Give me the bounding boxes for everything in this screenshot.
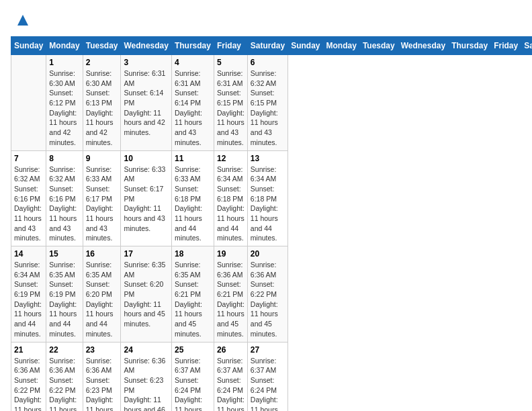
calendar-day-13: 13Sunrise: 6:34 AM Sunset: 6:18 PM Dayli… (247, 150, 287, 246)
header-thursday: Thursday (171, 37, 214, 55)
day-number: 18 (175, 249, 211, 259)
day-number: 9 (86, 154, 118, 163)
day-number: 1 (49, 58, 79, 67)
calendar-week-row: 14Sunrise: 6:34 AM Sunset: 6:19 PM Dayli… (11, 246, 533, 342)
day-info: Sunrise: 6:34 AM Sunset: 6:19 PM Dayligh… (14, 260, 43, 339)
day-number: 14 (14, 249, 43, 259)
day-info: Sunrise: 6:36 AM Sunset: 6:22 PM Dayligh… (251, 260, 285, 339)
header-day-friday: Friday (491, 37, 521, 55)
day-info: Sunrise: 6:36 AM Sunset: 6:22 PM Dayligh… (14, 356, 43, 412)
calendar-day-23: 23Sunrise: 6:36 AM Sunset: 6:23 PM Dayli… (83, 342, 121, 411)
day-info: Sunrise: 6:34 AM Sunset: 6:18 PM Dayligh… (217, 165, 245, 244)
day-info: Sunrise: 6:30 AM Sunset: 6:12 PM Dayligh… (49, 68, 79, 148)
day-number: 5 (217, 58, 245, 67)
day-number: 10 (124, 154, 168, 163)
day-number: 11 (175, 154, 211, 163)
day-number: 15 (49, 249, 79, 259)
calendar-day-25: 25Sunrise: 6:37 AM Sunset: 6:24 PM Dayli… (171, 342, 214, 411)
day-number: 6 (251, 58, 285, 67)
day-info: Sunrise: 6:35 AM Sunset: 6:21 PM Dayligh… (175, 260, 211, 339)
day-number: 4 (175, 58, 211, 67)
header-saturday: Saturday (247, 37, 287, 55)
calendar-day-20: 20Sunrise: 6:36 AM Sunset: 6:22 PM Dayli… (247, 246, 287, 342)
calendar-day-21: 21Sunrise: 6:36 AM Sunset: 6:22 PM Dayli… (11, 342, 46, 411)
day-number: 8 (49, 154, 79, 163)
calendar-day-2: 2Sunrise: 6:30 AM Sunset: 6:13 PM Daylig… (83, 55, 121, 151)
day-number: 26 (217, 345, 245, 355)
calendar-empty-cell (11, 55, 46, 151)
svg-marker-0 (17, 15, 28, 26)
calendar-week-row: 21Sunrise: 6:36 AM Sunset: 6:22 PM Dayli… (11, 342, 533, 411)
day-number: 22 (49, 345, 79, 355)
calendar-day-10: 10Sunrise: 6:33 AM Sunset: 6:17 PM Dayli… (121, 150, 171, 246)
day-info: Sunrise: 6:36 AM Sunset: 6:22 PM Dayligh… (49, 356, 79, 412)
day-info: Sunrise: 6:31 AM Sunset: 6:14 PM Dayligh… (124, 68, 168, 138)
calendar-day-6: 6Sunrise: 6:32 AM Sunset: 6:15 PM Daylig… (247, 55, 287, 151)
day-number: 25 (175, 345, 211, 355)
header-wednesday: Wednesday (121, 37, 171, 55)
day-info: Sunrise: 6:31 AM Sunset: 6:14 PM Dayligh… (175, 68, 211, 148)
day-info: Sunrise: 6:36 AM Sunset: 6:23 PM Dayligh… (86, 356, 118, 412)
day-info: Sunrise: 6:35 AM Sunset: 6:20 PM Dayligh… (86, 260, 118, 339)
day-info: Sunrise: 6:36 AM Sunset: 6:21 PM Dayligh… (217, 260, 245, 339)
calendar-day-16: 16Sunrise: 6:35 AM Sunset: 6:20 PM Dayli… (83, 246, 121, 342)
calendar-table: SundayMondayTuesdayWednesdayThursdayFrid… (11, 36, 532, 411)
day-number: 19 (217, 249, 245, 259)
day-number: 23 (86, 345, 118, 355)
calendar-day-26: 26Sunrise: 6:37 AM Sunset: 6:24 PM Dayli… (214, 342, 247, 411)
day-number: 7 (14, 154, 43, 163)
header-day-saturday: Saturday (521, 37, 532, 55)
day-number: 12 (217, 154, 245, 163)
calendar-day-8: 8Sunrise: 6:32 AM Sunset: 6:16 PM Daylig… (46, 150, 83, 246)
day-info: Sunrise: 6:37 AM Sunset: 6:24 PM Dayligh… (175, 356, 211, 412)
header-day-monday: Monday (323, 37, 359, 55)
calendar-week-row: 1Sunrise: 6:30 AM Sunset: 6:12 PM Daylig… (11, 55, 533, 151)
calendar-day-24: 24Sunrise: 6:36 AM Sunset: 6:23 PM Dayli… (121, 342, 171, 411)
day-info: Sunrise: 6:35 AM Sunset: 6:20 PM Dayligh… (124, 260, 168, 329)
header-friday: Friday (214, 37, 247, 55)
day-info: Sunrise: 6:33 AM Sunset: 6:17 PM Dayligh… (124, 165, 168, 234)
day-number: 21 (14, 345, 43, 355)
calendar-day-9: 9Sunrise: 6:33 AM Sunset: 6:17 PM Daylig… (83, 150, 121, 246)
day-number: 13 (251, 154, 285, 163)
day-info: Sunrise: 6:34 AM Sunset: 6:18 PM Dayligh… (251, 165, 285, 244)
calendar-day-22: 22Sunrise: 6:36 AM Sunset: 6:22 PM Dayli… (46, 342, 83, 411)
calendar-day-14: 14Sunrise: 6:34 AM Sunset: 6:19 PM Dayli… (11, 246, 46, 342)
header-day-thursday: Thursday (449, 37, 491, 55)
calendar-day-4: 4Sunrise: 6:31 AM Sunset: 6:14 PM Daylig… (171, 55, 214, 151)
calendar-day-18: 18Sunrise: 6:35 AM Sunset: 6:21 PM Dayli… (171, 246, 214, 342)
day-info: Sunrise: 6:33 AM Sunset: 6:17 PM Dayligh… (86, 165, 118, 244)
calendar-day-3: 3Sunrise: 6:31 AM Sunset: 6:14 PM Daylig… (121, 55, 171, 151)
day-info: Sunrise: 6:32 AM Sunset: 6:16 PM Dayligh… (49, 165, 79, 244)
day-number: 16 (86, 249, 118, 259)
header-day-sunday: Sunday (288, 37, 323, 55)
header-day-wednesday: Wednesday (398, 37, 448, 55)
day-info: Sunrise: 6:37 AM Sunset: 6:24 PM Dayligh… (251, 356, 285, 412)
day-info: Sunrise: 6:35 AM Sunset: 6:19 PM Dayligh… (49, 260, 79, 339)
calendar-day-12: 12Sunrise: 6:34 AM Sunset: 6:18 PM Dayli… (214, 150, 247, 246)
calendar-header-row: SundayMondayTuesdayWednesdayThursdayFrid… (11, 37, 533, 55)
header-sunday: Sunday (11, 37, 46, 55)
day-number: 27 (251, 345, 285, 355)
header-tuesday: Tuesday (83, 37, 121, 55)
logo (11, 11, 32, 30)
calendar-day-19: 19Sunrise: 6:36 AM Sunset: 6:21 PM Dayli… (214, 246, 247, 342)
day-info: Sunrise: 6:37 AM Sunset: 6:24 PM Dayligh… (217, 356, 245, 412)
day-number: 24 (124, 345, 168, 355)
header-day-tuesday: Tuesday (359, 37, 398, 55)
calendar-day-5: 5Sunrise: 6:31 AM Sunset: 6:15 PM Daylig… (214, 55, 247, 151)
header-monday: Monday (46, 37, 83, 55)
day-number: 17 (124, 249, 168, 259)
day-info: Sunrise: 6:36 AM Sunset: 6:23 PM Dayligh… (124, 356, 168, 412)
day-info: Sunrise: 6:30 AM Sunset: 6:13 PM Dayligh… (86, 68, 118, 148)
calendar-day-27: 27Sunrise: 6:37 AM Sunset: 6:24 PM Dayli… (247, 342, 287, 411)
calendar-week-row: 7Sunrise: 6:32 AM Sunset: 6:16 PM Daylig… (11, 150, 533, 246)
day-info: Sunrise: 6:33 AM Sunset: 6:18 PM Dayligh… (175, 165, 211, 244)
page-header (11, 11, 521, 30)
calendar-day-1: 1Sunrise: 6:30 AM Sunset: 6:12 PM Daylig… (46, 55, 83, 151)
calendar-day-15: 15Sunrise: 6:35 AM Sunset: 6:19 PM Dayli… (46, 246, 83, 342)
day-info: Sunrise: 6:32 AM Sunset: 6:16 PM Dayligh… (14, 165, 43, 244)
day-number: 20 (251, 249, 285, 259)
day-number: 3 (124, 58, 168, 67)
calendar-day-7: 7Sunrise: 6:32 AM Sunset: 6:16 PM Daylig… (11, 150, 46, 246)
